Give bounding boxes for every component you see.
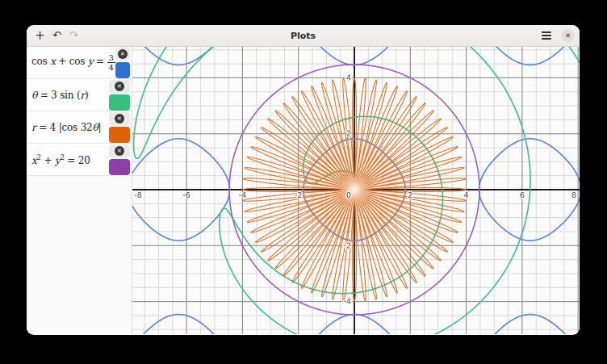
equation-row[interactable]: cos x + cos y = 34✕ <box>27 47 132 79</box>
add-equation-button[interactable]: + <box>31 25 48 46</box>
redo-button[interactable]: ↷ <box>65 25 82 46</box>
equation-row[interactable]: θ = 3 sin (r)✕ <box>27 79 132 111</box>
color-swatch[interactable] <box>109 94 130 111</box>
equation-sidebar: cos x + cos y = 34✕θ = 3 sin (r)✕r = 4 |… <box>27 47 132 334</box>
desktop-background: + ↶ ↷ Plots ✕ cos x + cos y = 34✕θ = 3 s… <box>0 0 607 364</box>
remove-icon: ✕ <box>115 82 124 91</box>
equation-text[interactable]: θ = 3 sin (r) <box>31 90 109 101</box>
undo-button[interactable]: ↶ <box>48 25 65 46</box>
close-icon: ✕ <box>565 31 571 40</box>
remove-icon: ✕ <box>115 114 124 123</box>
remove-equation-button[interactable]: ✕ <box>109 144 130 157</box>
equation-controls: ✕ <box>109 80 130 111</box>
equation-controls: ✕ <box>115 48 130 78</box>
equation-controls: ✕ <box>109 112 130 143</box>
color-swatch[interactable] <box>109 127 130 143</box>
remove-equation-button[interactable]: ✕ <box>115 48 130 61</box>
color-swatch[interactable] <box>115 62 130 78</box>
equation-controls: ✕ <box>109 144 130 175</box>
equation-text[interactable]: cos x + cos y = 34 <box>31 53 115 72</box>
equation-text[interactable]: x2 + y2 = 20 <box>31 153 109 166</box>
remove-equation-button[interactable]: ✕ <box>109 112 130 125</box>
equation-row[interactable]: x2 + y2 = 20✕ <box>27 144 132 176</box>
window-body: cos x + cos y = 34✕θ = 3 sin (r)✕r = 4 |… <box>27 47 580 334</box>
hamburger-menu-icon[interactable] <box>539 28 554 43</box>
plot-canvas[interactable] <box>132 47 580 334</box>
equation-row[interactable]: r = 4 |cos 32θ|✕ <box>27 111 132 144</box>
equation-text[interactable]: r = 4 |cos 32θ| <box>31 122 109 133</box>
header-bar: + ↶ ↷ Plots ✕ <box>27 25 580 47</box>
window-close-button[interactable]: ✕ <box>561 29 575 43</box>
remove-icon: ✕ <box>118 49 128 59</box>
remove-equation-button[interactable]: ✕ <box>109 80 130 93</box>
remove-icon: ✕ <box>115 146 124 156</box>
header-right-controls: ✕ <box>539 28 575 43</box>
plots-window: + ↶ ↷ Plots ✕ cos x + cos y = 34✕θ = 3 s… <box>27 25 580 335</box>
window-title: Plots <box>27 25 580 46</box>
color-swatch[interactable] <box>109 159 130 175</box>
